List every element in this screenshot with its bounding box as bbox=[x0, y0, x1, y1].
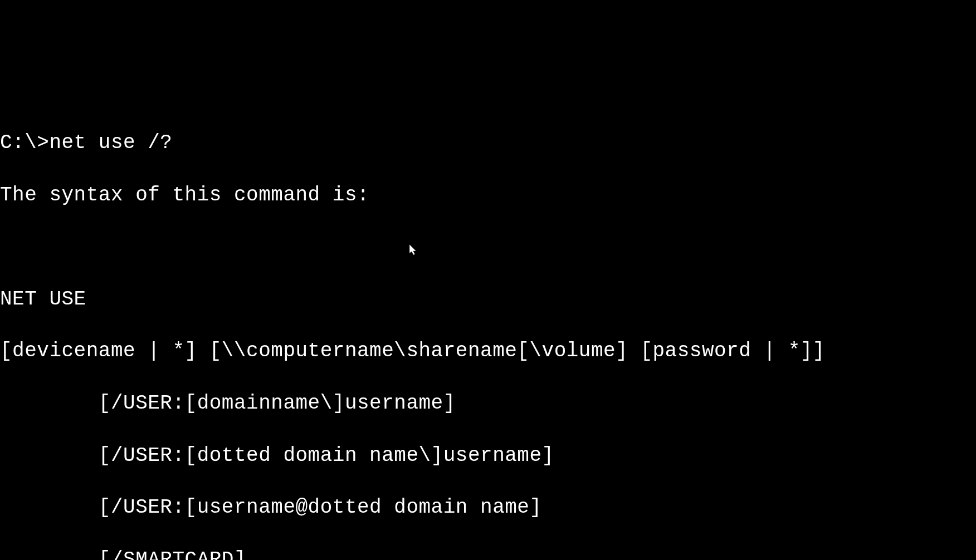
output-line: [/USER:[domainname\]username] bbox=[0, 391, 976, 417]
output-line: [/USER:[dotted domain name\]username] bbox=[0, 443, 976, 469]
terminal-output[interactable]: C:\>net use /? The syntax of this comman… bbox=[0, 104, 976, 560]
output-line: [/USER:[username@dotted domain name] bbox=[0, 495, 976, 521]
output-line: NET USE bbox=[0, 287, 976, 313]
output-line: [/SMARTCARD] bbox=[0, 547, 976, 560]
command-line: C:\>net use /? bbox=[0, 130, 976, 156]
output-line: The syntax of this command is: bbox=[0, 183, 976, 209]
output-line: [devicename | *] [\\computername\sharena… bbox=[0, 338, 976, 365]
